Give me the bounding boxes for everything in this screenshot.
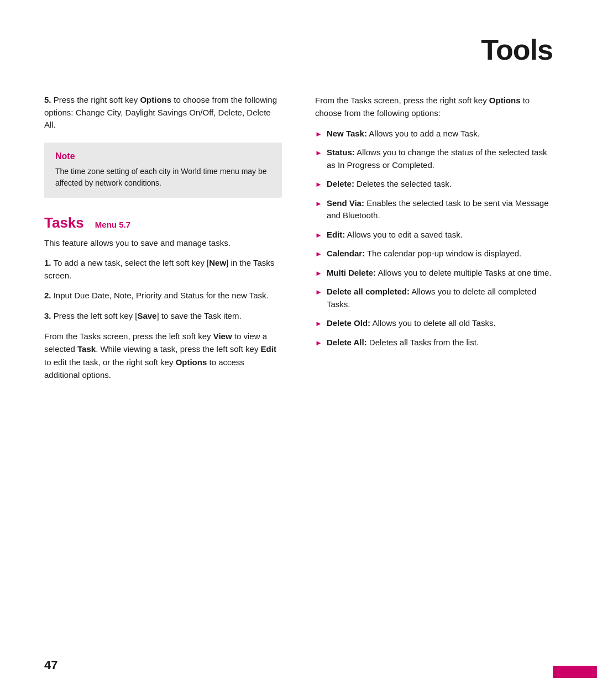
note-box: Note The time zone setting of each city … <box>44 143 282 198</box>
menu-label: Menu 5.7 <box>95 220 130 229</box>
bullet-arrow-icon: ► <box>315 129 322 140</box>
bullet-delete: Delete: Deletes the selected task. <box>327 178 553 191</box>
step-5-text: Press the right soft key Options to choo… <box>44 95 277 129</box>
step-3-num: 3. <box>44 311 51 320</box>
bullet-new-task: New Task: Allows you to add a new Task. <box>327 128 553 140</box>
tasks-intro: This feature allows you to save and mana… <box>44 237 282 250</box>
list-item: ► Status: Allows you to change the statu… <box>315 146 553 171</box>
bullet-arrow-icon: ► <box>315 198 322 209</box>
bullet-arrow-icon: ► <box>315 179 322 190</box>
bullet-arrow-icon: ► <box>315 287 322 298</box>
bullet-arrow-icon: ► <box>315 268 322 279</box>
list-item: ► Delete all completed: Allows you to de… <box>315 286 553 310</box>
step-1-text: To add a new task, select the left soft … <box>44 258 274 280</box>
step-3-text: Press the left soft key [Save] to save t… <box>54 311 242 320</box>
list-item: ► Delete Old: Allows you to delete all o… <box>315 317 553 330</box>
page: Tools 5. Press the right soft key Option… <box>0 0 597 700</box>
bullet-arrow-icon: ► <box>315 230 322 241</box>
list-item: ► Calendar: The calendar pop-up window i… <box>315 248 553 260</box>
bullet-status: Status: Allows you to change the status … <box>327 146 553 171</box>
step-3: 3. Press the left soft key [Save] to sav… <box>44 310 282 323</box>
note-title: Note <box>55 151 271 161</box>
bullet-calendar: Calendar: The calendar pop-up window is … <box>327 248 553 260</box>
step-5-num: 5. <box>44 95 51 104</box>
step-2-num: 2. <box>44 291 51 300</box>
step-2-text: Input Due Date, Note, Priority and Statu… <box>54 291 269 300</box>
page-title: Tools <box>44 33 553 66</box>
bullet-delete-completed: Delete all completed: Allows you to dele… <box>327 286 553 310</box>
bullet-edit: Edit: Allows you to edit a saved task. <box>327 229 553 241</box>
right-column: From the Tasks screen, press the right s… <box>315 94 553 355</box>
bullet-multi-delete: Multi Delete: Allows you to delete multi… <box>327 267 553 280</box>
bullet-arrow-icon: ► <box>315 338 322 349</box>
bullet-send-via: Send Via: Enables the selected task to b… <box>327 197 553 222</box>
bullet-delete-all: Delete All: Deletes all Tasks from the l… <box>327 336 553 349</box>
step-2: 2. Input Due Date, Note, Priority and St… <box>44 290 282 302</box>
step-1-num: 1. <box>44 258 51 267</box>
bullet-arrow-icon: ► <box>315 148 322 159</box>
list-item: ► Multi Delete: Allows you to delete mul… <box>315 267 553 280</box>
tasks-section-title: Tasks <box>44 214 84 231</box>
pink-bar-decoration <box>553 666 597 678</box>
tasks-section-header: Tasks Menu 5.7 <box>44 214 282 231</box>
step-1: 1. To add a new task, select the left so… <box>44 257 282 282</box>
list-item: ► Edit: Allows you to edit a saved task. <box>315 229 553 241</box>
options-list: ► New Task: Allows you to add a new Task… <box>315 128 553 349</box>
list-item: ► Send Via: Enables the selected task to… <box>315 197 553 222</box>
step-5: 5. Press the right soft key Options to c… <box>44 94 282 131</box>
list-item: ► New Task: Allows you to add a new Task… <box>315 128 553 140</box>
bullet-arrow-icon: ► <box>315 249 322 260</box>
two-column-layout: 5. Press the right soft key Options to c… <box>44 94 553 389</box>
bullet-delete-old: Delete Old: Allows you to delete all old… <box>327 317 553 330</box>
note-text: The time zone setting of each city in Wo… <box>55 166 271 189</box>
left-column: 5. Press the right soft key Options to c… <box>44 94 282 389</box>
right-col-intro: From the Tasks screen, press the right s… <box>315 94 553 120</box>
tasks-body-text: From the Tasks screen, press the left so… <box>44 330 282 381</box>
list-item: ► Delete: Deletes the selected task. <box>315 178 553 191</box>
page-number: 47 <box>44 658 57 672</box>
list-item: ► Delete All: Deletes all Tasks from the… <box>315 336 553 349</box>
bullet-arrow-icon: ► <box>315 318 322 329</box>
